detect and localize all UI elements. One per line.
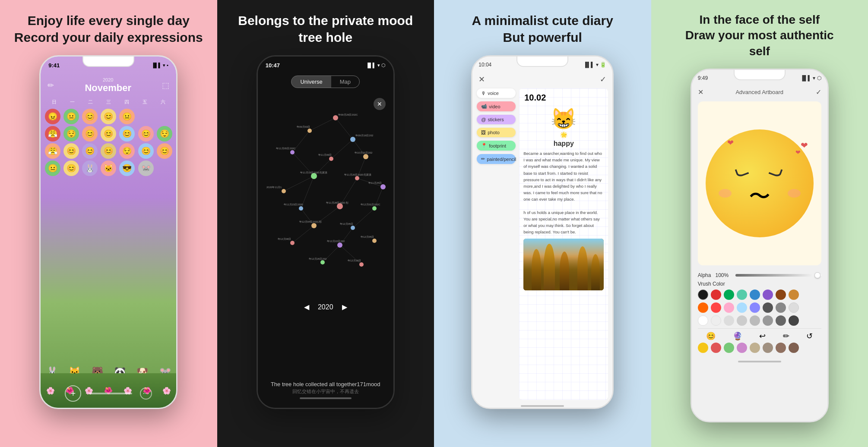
mood-cell[interactable]: 😎 [119,161,135,176]
p3-diary-text[interactable]: Became a searcher,wanting to find out wh… [519,150,608,235]
mood-cell[interactable]: 😌 [63,126,79,142]
p1-add-button[interactable]: + [65,385,81,402]
color-swatch[interactable] [737,315,747,326]
p3-stickers-btn[interactable]: @ stickers [477,115,516,124]
svg-text:年12月26日202: 年12月26日202 [309,258,327,260]
p4-check-icon[interactable]: ✓ [816,88,821,96]
mood-cell[interactable]: 😤 [45,126,60,142]
svg-text:年12月05日: 年12月05日 [361,236,374,238]
p2-next-year-btn[interactable]: ▶ [342,303,347,311]
color-swatch[interactable] [763,343,773,353]
p1-menu-button[interactable]: ⋯ [140,387,152,400]
mood-cell[interactable]: 😊 [63,143,79,159]
color-swatch[interactable] [724,343,734,353]
color-swatch[interactable] [724,290,734,300]
mood-cell[interactable]: 😊 [82,126,98,142]
mood-cell[interactable]: 🐱 [101,161,116,176]
p3-close-icon[interactable]: ✕ [478,75,485,84]
p4-alpha-slider[interactable] [735,274,821,277]
p1-camera-icon[interactable]: ⬚ [162,81,169,90]
p1-edit-icon[interactable]: ✏ [48,81,54,90]
mood-cell[interactable]: 😠 [45,109,60,124]
mood-cell[interactable]: 😊 [82,109,98,124]
mood-cell[interactable]: 🐰 [82,161,98,176]
p3-video-btn[interactable]: 📹 video [477,101,516,111]
p2-tab-map[interactable]: Map [331,76,359,88]
p4-close-icon[interactable]: ✕ [698,88,703,96]
p1-icons: ▐▌▌ ▾ ▪ [152,63,168,68]
p3-voice-btn[interactable]: 🎙 voice [477,88,516,98]
color-swatch[interactable] [698,343,708,353]
color-swatch[interactable] [711,315,721,326]
color-swatch[interactable] [737,290,747,300]
color-swatch[interactable] [698,290,708,300]
p1-time: 9:41 [48,62,60,69]
p4-controls: Alpha 100% Vrush Color [692,269,827,359]
color-swatch[interactable] [711,343,721,353]
mood-cell[interactable]: 😐 [119,109,135,124]
svg-line-16 [292,226,314,243]
mood-cell[interactable]: 🐭 [138,161,154,176]
p3-pencil-btn[interactable]: ✏ painted/pencil [477,154,516,164]
color-swatch[interactable] [750,302,760,313]
color-swatch[interactable] [763,315,773,326]
p4-canvas[interactable]: 〜 ❤ ❤ ❤ [698,101,821,265]
color-swatch[interactable] [698,315,708,326]
color-swatch[interactable] [698,302,708,313]
svg-text:年09月29日202C: 年09月29日202C [338,113,358,116]
color-swatch[interactable] [724,302,734,313]
p3-footprint-btn[interactable]: 📍 footprint [477,141,516,151]
draw-pencil-icon[interactable]: ✏ [783,331,789,341]
color-swatch[interactable] [789,343,799,353]
color-swatch[interactable] [750,343,760,353]
p4-time: 9:49 [698,75,708,81]
mood-cell[interactable]: 😌 [157,126,172,142]
color-swatch[interactable] [737,343,747,353]
p4-tool-row: 😊 🔮 ↩ ✏ ↺ [698,328,821,341]
mood-cell[interactable]: 😊 [101,143,116,159]
color-swatch[interactable] [737,302,747,313]
color-swatch[interactable] [763,290,773,300]
color-swatch[interactable] [750,290,760,300]
mood-cell[interactable]: 😊 [101,109,116,124]
color-swatch[interactable] [711,290,721,300]
effects-tool-icon[interactable]: 🔮 [733,331,742,341]
mood-cell[interactable]: 😤 [45,143,60,159]
p4-header: ✕ Advanced Artboard ✓ [692,86,827,98]
mood-cell[interactable]: 😊 [82,143,98,159]
mood-cell[interactable]: 😊 [138,143,154,159]
panel-2-title: Belongs to the private mood tree hole [238,12,413,46]
color-swatch[interactable] [724,315,734,326]
color-swatch[interactable] [750,315,760,326]
color-swatch[interactable] [789,290,799,300]
color-swatch[interactable] [789,302,799,313]
color-swatch[interactable] [776,290,786,300]
emoji-tool-icon[interactable]: 😊 [706,331,716,341]
mood-cell[interactable]: 😊 [119,126,135,142]
mood-cell[interactable]: 😊 [63,161,79,176]
redo-icon[interactable]: ↺ [806,331,813,341]
p2-icons: ▐▌▌ ▾ ⬡ [366,63,386,68]
mood-cell[interactable]: 😊 [101,126,116,142]
mood-cell[interactable]: 😐 [63,109,79,124]
p2-prev-year-btn[interactable]: ◀ [304,303,309,311]
color-swatch[interactable] [776,302,786,313]
mood-cell[interactable]: 😐 [45,161,60,176]
p3-check-icon[interactable]: ✓ [600,75,606,84]
p3-photo-btn[interactable]: 🖼 photo [477,128,516,137]
p2-tab-universe[interactable]: Universe [291,76,331,88]
color-swatch[interactable] [789,315,799,326]
svg-line-1 [336,118,353,139]
mood-cell[interactable]: 😊 [157,143,172,159]
color-swatch[interactable] [776,343,786,353]
mood-cell[interactable]: 😌 [119,143,135,159]
svg-point-24 [329,157,333,161]
color-swatch[interactable] [763,302,773,313]
p3-diary-page: 10.02 😸 🌟 happy Became a searcher,wantin… [519,88,608,400]
svg-text:年12月30日: 年12月30日 [348,259,361,262]
undo-icon[interactable]: ↩ [759,331,766,341]
color-swatch[interactable] [711,302,721,313]
mood-cell[interactable]: 😊 [138,126,154,142]
p2-year-display: 2020 [318,303,333,311]
color-swatch[interactable] [776,315,786,326]
